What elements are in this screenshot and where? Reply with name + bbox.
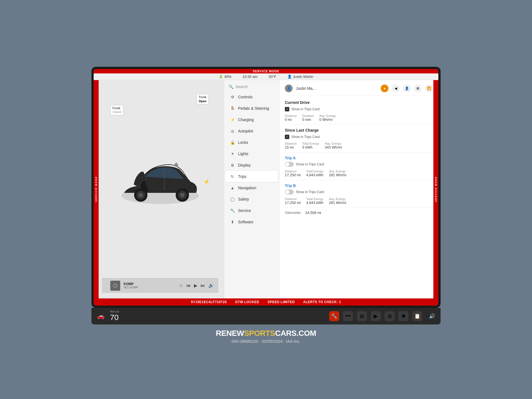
prev-button[interactable]: ⏮ (186, 283, 191, 288)
header-icons: ● ◀ 👤 ⊞ 📶 (381, 85, 433, 92)
menu-item-service[interactable]: 🔧 Service (225, 205, 278, 216)
menu-item-lights[interactable]: ☀ Lights (225, 148, 278, 159)
trip-a-title[interactable]: Trip A (285, 156, 433, 160)
battery-percent: 40% (224, 75, 231, 79)
menu-item-locks[interactable]: 🔒 Locks (225, 137, 278, 148)
music-player[interactable]: KOMP HD1 KOMP ☆ ⏮ ▶ ⏭ 🔊 (102, 278, 218, 293)
menu-item-navigation[interactable]: ▲ Navigation (225, 182, 278, 193)
tesla-screen: SERVICE MODE 🔋 40% 10:35 am 50°F 👤 Justi… (94, 69, 438, 306)
menu-app[interactable]: ••• (343, 311, 353, 321)
battery-indicator: 🔋 40% (219, 75, 231, 79)
taskbar-apps: 🔧 ••• ⊞ ▶ ⊞ ✱ 📋 🔊 (329, 311, 435, 321)
locks-icon: 🔒 (230, 140, 235, 145)
header-icon-4[interactable]: ⊞ (414, 85, 422, 92)
music-controls[interactable]: ☆ ⏮ ▶ ⏭ 🔊 (179, 283, 214, 288)
controls-icon: ⚙ (230, 94, 235, 100)
apps-app[interactable]: ⊞ (357, 311, 367, 321)
current-drive-checkbox[interactable]: ✓ (285, 107, 289, 111)
trip-a-show-label: Show in Trips Card (296, 162, 324, 166)
header-icon-2[interactable]: ◀ (392, 85, 400, 92)
odometer-row: Odometer 24,509 mi (285, 211, 433, 215)
volume-control[interactable]: 🔊 (429, 313, 435, 319)
trips-content-panel: 👤 Justin Ma... ● ◀ 👤 ⊞ 📶 Current Drive ✓… (279, 80, 438, 298)
menu-item-software[interactable]: ⬇ Software (225, 216, 278, 227)
service-label: Service (238, 208, 251, 213)
search-row[interactable]: 🔍 Search (224, 82, 279, 91)
svg-point-4 (139, 193, 143, 197)
footer-info: 000-38680220 · 02/05/2024 · IAA Inc. (232, 339, 301, 344)
trip-b-toggle[interactable] (285, 190, 294, 195)
avatar: 👤 (285, 85, 293, 92)
play-button[interactable]: ▶ (194, 283, 197, 288)
menu-item-autopilot[interactable]: ◎ Autopilot (225, 126, 278, 137)
bluetooth-app[interactable]: ✱ (398, 311, 408, 321)
charging-label: Charging (238, 117, 254, 122)
trip-b-title[interactable]: Trip B (285, 183, 433, 188)
clipboard-app[interactable]: 📋 (412, 311, 422, 321)
current-drive-toggle-row[interactable]: ✓ Show in Trips Card (285, 107, 433, 111)
svg-point-7 (180, 193, 185, 197)
divider-3 (285, 180, 433, 180)
trip-a-avg-energy: Avg. Energy 281 Wh/mi (329, 170, 346, 177)
since-charge-toggle-row[interactable]: ✓ Show in Trips Card (285, 135, 433, 139)
user-name-status: Justin Martin (293, 75, 313, 79)
main-content: SERVICE MODE Frunk Closed Trunk Open (94, 80, 438, 298)
settings-menu: 🔍 Search ⚙ Controls 🪑 Pedals & Steering … (224, 80, 279, 298)
charging-icon: ⚡ (230, 117, 235, 122)
gtw-locked-status: GTW LOCKED (235, 300, 259, 304)
menu-item-controls[interactable]: ⚙ Controls (225, 91, 278, 103)
current-drive-show-label: Show in Trips Card (291, 107, 319, 111)
search-label: Search (236, 85, 248, 89)
pedals-label: Pedals & Steering (238, 106, 269, 111)
volume-button[interactable]: 🔊 (208, 283, 214, 288)
divider-4 (285, 208, 433, 208)
watermark: RENEWSPORTSCARS.COM (216, 329, 316, 338)
menu-item-charging[interactable]: ⚡ Charging (225, 114, 278, 125)
pedals-icon: 🪑 (230, 106, 235, 111)
trip-b-show-label: Show in Trips Card (296, 190, 324, 194)
since-charge-checkbox[interactable]: ✓ (285, 135, 289, 139)
header-icon-5[interactable]: 📶 (425, 85, 433, 92)
music-subtitle: HD1 KOMP (124, 286, 176, 289)
speed-limited-status: SPEED LIMITED (267, 300, 295, 304)
orange-icon[interactable]: ● (381, 85, 388, 92)
lightning-icon: ⚡ (203, 178, 210, 185)
alerts-status: ALERTS TO CHECK: 1 (303, 300, 341, 304)
software-icon: ⬇ (230, 219, 235, 225)
safety-icon: ◯ (230, 196, 235, 202)
navigation-label: Navigation (238, 186, 256, 190)
grid-app[interactable]: ⊞ (385, 311, 395, 321)
vin-number: 5YJ3E1EC4LF719720 (191, 300, 227, 304)
current-drive-stats: Distance 0 mi Duration 0 min Avg. Energy… (285, 114, 433, 122)
next-button[interactable]: ⏭ (201, 283, 205, 288)
car-svg (113, 149, 207, 215)
car-icon[interactable]: 🚗 (97, 313, 104, 320)
navigation-icon: ▲ (230, 185, 235, 191)
current-drive-title: Current Drive (285, 100, 433, 105)
header-icon-3[interactable]: 👤 (403, 85, 411, 92)
divider-2 (285, 152, 433, 152)
user-info: 👤 Justin Martin (287, 75, 313, 79)
status-bar: 🔋 40% 10:35 am 50°F 👤 Justin Martin (94, 73, 438, 80)
trip-a-toggle-row[interactable]: Show in Trips Card (285, 162, 433, 167)
svg-point-11 (114, 285, 116, 287)
user-display-name: Justin Ma... (296, 86, 316, 91)
menu-item-pedals[interactable]: 🪑 Pedals & Steering (225, 103, 278, 114)
lights-icon: ☀ (230, 151, 235, 157)
trip-a-stats: Distance 17,250 mi Total Energy 4,843 kW… (285, 170, 433, 177)
since-charge-avg-energy: Avg. Energy 343 Wh/mi (325, 142, 342, 149)
menu-item-display[interactable]: 🖥 Display (225, 160, 278, 171)
trip-b-distance: Distance 17,250 mi (285, 197, 301, 205)
trip-a-toggle[interactable] (285, 162, 294, 167)
menu-item-safety[interactable]: ◯ Safety (225, 194, 278, 205)
trips-label: Trips (238, 174, 247, 179)
since-last-charge-title: Since Last Charge (285, 128, 433, 132)
favorite-button[interactable]: ☆ (179, 283, 183, 288)
menu-item-trips[interactable]: ↻ Trips (225, 171, 278, 182)
trip-b-toggle-row[interactable]: Show in Trips Card (285, 190, 433, 195)
search-icon: 🔍 (229, 85, 233, 89)
tools-app[interactable]: 🔧 (329, 311, 339, 321)
service-mode-banner-top: SERVICE MODE (94, 69, 438, 73)
trip-b-stats: Distance 17,250 mi Total Energy 4,843 kW… (285, 197, 433, 205)
media-app[interactable]: ▶ (371, 311, 381, 321)
